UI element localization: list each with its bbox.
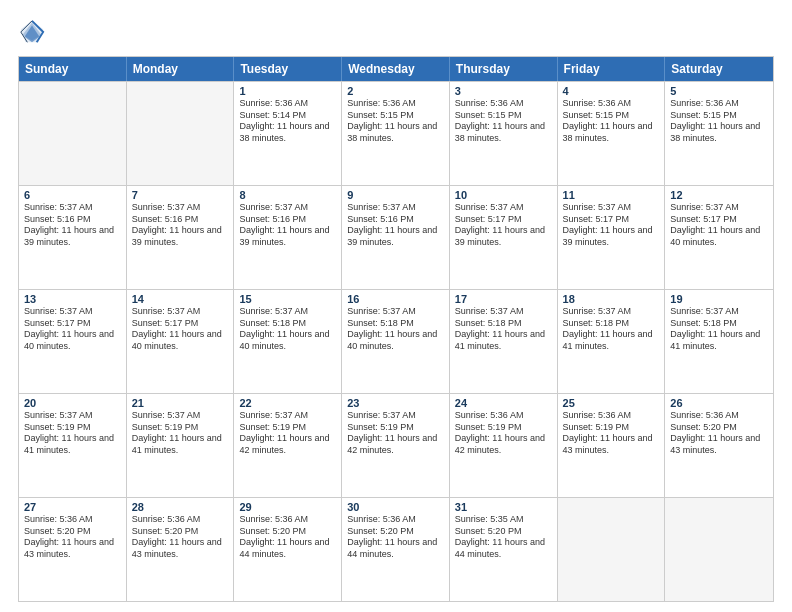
cell-info: Sunrise: 5:37 AM Sunset: 5:18 PM Dayligh…: [455, 306, 552, 353]
cell-info: Sunrise: 5:37 AM Sunset: 5:17 PM Dayligh…: [24, 306, 121, 353]
cell-info: Sunrise: 5:37 AM Sunset: 5:17 PM Dayligh…: [670, 202, 768, 249]
cal-cell: 7Sunrise: 5:37 AM Sunset: 5:16 PM Daylig…: [127, 186, 235, 289]
cell-info: Sunrise: 5:37 AM Sunset: 5:16 PM Dayligh…: [239, 202, 336, 249]
cell-info: Sunrise: 5:36 AM Sunset: 5:20 PM Dayligh…: [239, 514, 336, 561]
cal-cell: 30Sunrise: 5:36 AM Sunset: 5:20 PM Dayli…: [342, 498, 450, 601]
day-number: 9: [347, 189, 444, 201]
day-number: 14: [132, 293, 229, 305]
cal-cell: 31Sunrise: 5:35 AM Sunset: 5:20 PM Dayli…: [450, 498, 558, 601]
cell-info: Sunrise: 5:37 AM Sunset: 5:17 PM Dayligh…: [455, 202, 552, 249]
cal-cell: 29Sunrise: 5:36 AM Sunset: 5:20 PM Dayli…: [234, 498, 342, 601]
day-number: 20: [24, 397, 121, 409]
day-number: 3: [455, 85, 552, 97]
cal-cell: 3Sunrise: 5:36 AM Sunset: 5:15 PM Daylig…: [450, 82, 558, 185]
day-number: 23: [347, 397, 444, 409]
week-row-2: 6Sunrise: 5:37 AM Sunset: 5:16 PM Daylig…: [19, 185, 773, 289]
cell-info: Sunrise: 5:37 AM Sunset: 5:16 PM Dayligh…: [347, 202, 444, 249]
cell-info: Sunrise: 5:37 AM Sunset: 5:16 PM Dayligh…: [132, 202, 229, 249]
week-row-5: 27Sunrise: 5:36 AM Sunset: 5:20 PM Dayli…: [19, 497, 773, 601]
day-number: 10: [455, 189, 552, 201]
day-number: 1: [239, 85, 336, 97]
cal-cell: 21Sunrise: 5:37 AM Sunset: 5:19 PM Dayli…: [127, 394, 235, 497]
day-number: 4: [563, 85, 660, 97]
cal-cell: 5Sunrise: 5:36 AM Sunset: 5:15 PM Daylig…: [665, 82, 773, 185]
cal-cell: 9Sunrise: 5:37 AM Sunset: 5:16 PM Daylig…: [342, 186, 450, 289]
cal-cell: [665, 498, 773, 601]
cal-cell: 16Sunrise: 5:37 AM Sunset: 5:18 PM Dayli…: [342, 290, 450, 393]
day-number: 18: [563, 293, 660, 305]
logo-icon: [18, 18, 46, 46]
header-day-tuesday: Tuesday: [234, 57, 342, 81]
calendar-header: SundayMondayTuesdayWednesdayThursdayFrid…: [19, 57, 773, 81]
cal-cell: 22Sunrise: 5:37 AM Sunset: 5:19 PM Dayli…: [234, 394, 342, 497]
calendar: SundayMondayTuesdayWednesdayThursdayFrid…: [18, 56, 774, 602]
cal-cell: 4Sunrise: 5:36 AM Sunset: 5:15 PM Daylig…: [558, 82, 666, 185]
cal-cell: 10Sunrise: 5:37 AM Sunset: 5:17 PM Dayli…: [450, 186, 558, 289]
cal-cell: 18Sunrise: 5:37 AM Sunset: 5:18 PM Dayli…: [558, 290, 666, 393]
calendar-body: 1Sunrise: 5:36 AM Sunset: 5:14 PM Daylig…: [19, 81, 773, 601]
cell-info: Sunrise: 5:36 AM Sunset: 5:15 PM Dayligh…: [563, 98, 660, 145]
cal-cell: 25Sunrise: 5:36 AM Sunset: 5:19 PM Dayli…: [558, 394, 666, 497]
cal-cell: 27Sunrise: 5:36 AM Sunset: 5:20 PM Dayli…: [19, 498, 127, 601]
cal-cell: 23Sunrise: 5:37 AM Sunset: 5:19 PM Dayli…: [342, 394, 450, 497]
cal-cell: 11Sunrise: 5:37 AM Sunset: 5:17 PM Dayli…: [558, 186, 666, 289]
cell-info: Sunrise: 5:36 AM Sunset: 5:15 PM Dayligh…: [455, 98, 552, 145]
header: [18, 18, 774, 46]
cell-info: Sunrise: 5:37 AM Sunset: 5:16 PM Dayligh…: [24, 202, 121, 249]
cal-cell: [127, 82, 235, 185]
header-day-thursday: Thursday: [450, 57, 558, 81]
header-day-sunday: Sunday: [19, 57, 127, 81]
cell-info: Sunrise: 5:36 AM Sunset: 5:20 PM Dayligh…: [24, 514, 121, 561]
cell-info: Sunrise: 5:37 AM Sunset: 5:17 PM Dayligh…: [563, 202, 660, 249]
day-number: 30: [347, 501, 444, 513]
cell-info: Sunrise: 5:37 AM Sunset: 5:17 PM Dayligh…: [132, 306, 229, 353]
day-number: 11: [563, 189, 660, 201]
day-number: 8: [239, 189, 336, 201]
day-number: 17: [455, 293, 552, 305]
cal-cell: 19Sunrise: 5:37 AM Sunset: 5:18 PM Dayli…: [665, 290, 773, 393]
header-day-saturday: Saturday: [665, 57, 773, 81]
cal-cell: 15Sunrise: 5:37 AM Sunset: 5:18 PM Dayli…: [234, 290, 342, 393]
day-number: 15: [239, 293, 336, 305]
cal-cell: 17Sunrise: 5:37 AM Sunset: 5:18 PM Dayli…: [450, 290, 558, 393]
header-day-friday: Friday: [558, 57, 666, 81]
cal-cell: 2Sunrise: 5:36 AM Sunset: 5:15 PM Daylig…: [342, 82, 450, 185]
cell-info: Sunrise: 5:37 AM Sunset: 5:18 PM Dayligh…: [347, 306, 444, 353]
cell-info: Sunrise: 5:37 AM Sunset: 5:19 PM Dayligh…: [24, 410, 121, 457]
day-number: 31: [455, 501, 552, 513]
cal-cell: 8Sunrise: 5:37 AM Sunset: 5:16 PM Daylig…: [234, 186, 342, 289]
cell-info: Sunrise: 5:36 AM Sunset: 5:20 PM Dayligh…: [670, 410, 768, 457]
header-day-wednesday: Wednesday: [342, 57, 450, 81]
page: SundayMondayTuesdayWednesdayThursdayFrid…: [0, 0, 792, 612]
week-row-1: 1Sunrise: 5:36 AM Sunset: 5:14 PM Daylig…: [19, 81, 773, 185]
week-row-3: 13Sunrise: 5:37 AM Sunset: 5:17 PM Dayli…: [19, 289, 773, 393]
day-number: 27: [24, 501, 121, 513]
logo: [18, 18, 50, 46]
day-number: 16: [347, 293, 444, 305]
cal-cell: 26Sunrise: 5:36 AM Sunset: 5:20 PM Dayli…: [665, 394, 773, 497]
cell-info: Sunrise: 5:37 AM Sunset: 5:19 PM Dayligh…: [239, 410, 336, 457]
cell-info: Sunrise: 5:37 AM Sunset: 5:19 PM Dayligh…: [132, 410, 229, 457]
day-number: 21: [132, 397, 229, 409]
cal-cell: 12Sunrise: 5:37 AM Sunset: 5:17 PM Dayli…: [665, 186, 773, 289]
cell-info: Sunrise: 5:35 AM Sunset: 5:20 PM Dayligh…: [455, 514, 552, 561]
cal-cell: [558, 498, 666, 601]
day-number: 6: [24, 189, 121, 201]
cell-info: Sunrise: 5:36 AM Sunset: 5:20 PM Dayligh…: [347, 514, 444, 561]
cell-info: Sunrise: 5:37 AM Sunset: 5:18 PM Dayligh…: [563, 306, 660, 353]
day-number: 7: [132, 189, 229, 201]
cal-cell: [19, 82, 127, 185]
day-number: 24: [455, 397, 552, 409]
day-number: 2: [347, 85, 444, 97]
cal-cell: 1Sunrise: 5:36 AM Sunset: 5:14 PM Daylig…: [234, 82, 342, 185]
cal-cell: 20Sunrise: 5:37 AM Sunset: 5:19 PM Dayli…: [19, 394, 127, 497]
header-day-monday: Monday: [127, 57, 235, 81]
cell-info: Sunrise: 5:37 AM Sunset: 5:18 PM Dayligh…: [670, 306, 768, 353]
day-number: 22: [239, 397, 336, 409]
day-number: 13: [24, 293, 121, 305]
cell-info: Sunrise: 5:36 AM Sunset: 5:14 PM Dayligh…: [239, 98, 336, 145]
week-row-4: 20Sunrise: 5:37 AM Sunset: 5:19 PM Dayli…: [19, 393, 773, 497]
day-number: 19: [670, 293, 768, 305]
cell-info: Sunrise: 5:37 AM Sunset: 5:18 PM Dayligh…: [239, 306, 336, 353]
cell-info: Sunrise: 5:36 AM Sunset: 5:15 PM Dayligh…: [670, 98, 768, 145]
